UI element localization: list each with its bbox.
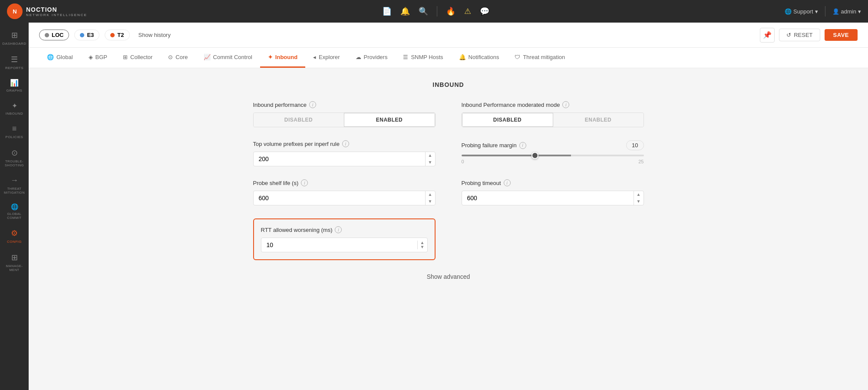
rtt-allowed-worsening-input[interactable] (261, 238, 417, 252)
probe-shelf-life-spinner: ▲ ▼ (425, 191, 435, 205)
topbar-left: N NOCTION NETWORK INTELLIGENCE (7, 3, 87, 19)
probing-failure-margin-slider[interactable] (462, 155, 644, 156)
sidebar-item-threat-mitigation[interactable]: → THREAT MITIGATION (0, 172, 29, 198)
tab-inbound[interactable]: ✦ Inbound (260, 48, 305, 68)
bell-icon[interactable]: 🔔 (400, 7, 410, 16)
tab-bgp[interactable]: ◈ BGP (81, 48, 115, 68)
flame-icon[interactable]: 🔥 (446, 7, 455, 16)
topbar: N NOCTION NETWORK INTELLIGENCE 📄 🔔 🔍 🔥 ⚠… (0, 0, 868, 23)
bgp-tab-icon: ◈ (89, 54, 93, 60)
tab-collector[interactable]: ⊞ Collector (115, 48, 160, 68)
slider-wrap: 0 25 (462, 155, 644, 164)
show-history-button[interactable]: Show history (135, 30, 174, 40)
tab-commit-control[interactable]: 📈 Commit Control (196, 48, 260, 68)
probing-failure-info-icon[interactable]: i (519, 142, 526, 149)
sidebar-item-reports[interactable]: ☰ REPORTS (0, 51, 29, 74)
probe-shelf-life-info-icon[interactable]: i (301, 179, 308, 186)
logo-icon: N (7, 3, 23, 19)
reports-icon: ☰ (11, 55, 18, 64)
snmp-tab-icon: ☰ (403, 54, 408, 60)
sidebar-item-config[interactable]: ⚙ CONFIG (0, 225, 29, 248)
pin-button[interactable]: 📌 (760, 28, 775, 43)
inbound-performance-toggle: DISABLED ENABLED (253, 112, 436, 127)
inbound-perf-moderated-info-icon[interactable]: i (562, 101, 569, 108)
sidebar-item-graphs[interactable]: 📊 GRAPHS (0, 75, 29, 96)
inbound-perf-moderated-enabled-btn[interactable]: ENABLED (553, 113, 644, 127)
policies-icon: ≡ (12, 124, 17, 133)
top-volume-info-icon[interactable]: i (342, 140, 349, 147)
explorer-tab-icon: ◂ (313, 54, 316, 60)
admin-button[interactable]: 👤 admin ▾ (832, 8, 861, 15)
chat-icon[interactable]: 💬 (480, 7, 489, 16)
inbound-performance-info-icon[interactable]: i (309, 101, 316, 108)
divider (825, 6, 825, 17)
loc-dot (45, 33, 49, 37)
top-volume-prefixes-input[interactable] (254, 152, 425, 166)
node-loc-badge[interactable]: LOC (39, 30, 69, 40)
probe-shelf-life-up-btn[interactable]: ▲ (426, 191, 435, 198)
probe-shelf-life-label: Probe shelf life (s) i (253, 179, 436, 186)
probe-shelf-life-input[interactable] (254, 191, 425, 205)
sidebar-item-global-commit[interactable]: 🌐 GLOBAL COMMIT (0, 200, 29, 223)
document-icon[interactable]: 📄 (382, 7, 392, 16)
grid-spacer (462, 218, 644, 260)
top-volume-down-btn[interactable]: ▼ (426, 159, 435, 166)
show-advanced-button[interactable]: Show advanced (46, 273, 851, 280)
slider-labels: 0 25 (462, 159, 644, 164)
form-grid: Inbound performance i DISABLED ENABLED I… (253, 101, 644, 260)
rtt-allowed-worsening-input-wrap: ▲ ▼ (261, 238, 428, 252)
probing-timeout-up-btn[interactable]: ▲ (634, 191, 644, 198)
troubleshooting-icon: ⊙ (11, 148, 18, 158)
node-e3-badge[interactable]: E3 (74, 30, 99, 40)
reset-icon: ↺ (786, 32, 791, 38)
probe-shelf-life-group: Probe shelf life (s) i ▲ ▼ (253, 179, 436, 205)
inbound-performance-disabled-btn[interactable]: DISABLED (254, 113, 344, 127)
rtt-info-icon[interactable]: i (335, 226, 342, 233)
inbound-perf-moderated-disabled-btn[interactable]: DISABLED (462, 113, 553, 127)
search-icon[interactable]: 🔍 (419, 7, 428, 16)
inbound-performance-moderated-label: Inbound Performance moderated mode i (462, 101, 644, 108)
tab-providers[interactable]: ☁ Providers (348, 48, 396, 68)
sidebar: ⊞ DASHBOARD ☰ REPORTS 📊 GRAPHS ✦ INBOUND… (0, 23, 29, 390)
management-icon: ⊞ (11, 253, 18, 262)
notifications-tab-icon: 🔔 (459, 54, 466, 60)
inbound-performance-label: Inbound performance i (253, 101, 436, 108)
reset-button[interactable]: ↺ RESET (779, 29, 820, 41)
pin-icon: 📌 (763, 31, 772, 39)
rtt-down-btn[interactable]: ▼ (418, 245, 427, 249)
probe-shelf-life-down-btn[interactable]: ▼ (426, 198, 435, 205)
sidebar-item-dashboard[interactable]: ⊞ DASHBOARD (0, 27, 29, 50)
dashboard-icon: ⊞ (11, 30, 18, 40)
header-left: LOC E3 T2 Show history (39, 30, 174, 40)
tab-global[interactable]: 🌐 Global (39, 48, 81, 68)
tab-notifications[interactable]: 🔔 Notifications (451, 48, 507, 68)
inbound-performance-group: Inbound performance i DISABLED ENABLED (253, 101, 436, 127)
node-t2-badge[interactable]: T2 (105, 30, 129, 40)
tab-snmp-hosts[interactable]: ☰ SNMP Hosts (395, 48, 451, 68)
e3-dot (80, 33, 84, 37)
tab-threat-mitigation[interactable]: 🛡 Threat mitigation (507, 48, 573, 68)
sidebar-item-inbound[interactable]: ✦ INBOUND (0, 98, 29, 119)
sidebar-item-policies[interactable]: ≡ POLICIES (0, 121, 29, 143)
probing-timeout-input[interactable] (462, 191, 634, 205)
tab-explorer[interactable]: ◂ Explorer (305, 48, 347, 68)
inbound-performance-enabled-btn[interactable]: ENABLED (344, 113, 435, 127)
probing-timeout-info-icon[interactable]: i (504, 179, 511, 186)
section-title: INBOUND (46, 81, 851, 88)
top-volume-up-btn[interactable]: ▲ (426, 152, 435, 159)
support-button[interactable]: 🌐 Support ▾ (785, 8, 818, 15)
save-button[interactable]: SAVE (825, 29, 858, 41)
inbound-performance-moderated-group: Inbound Performance moderated mode i DIS… (462, 101, 644, 127)
sidebar-item-management[interactable]: ⊞ MANAGE-MENT (0, 249, 29, 275)
logo-text: NOCTION NETWORK INTELLIGENCE (26, 6, 87, 17)
probing-timeout-down-btn[interactable]: ▼ (634, 198, 644, 205)
sidebar-item-troubleshooting[interactable]: ⊙ TROUBLE-SHOOTING (0, 145, 29, 171)
user-icon: 👤 (832, 8, 839, 15)
probe-shelf-life-input-wrap: ▲ ▼ (253, 191, 436, 205)
core-tab-icon: ⊙ (168, 54, 173, 60)
rtt-allowed-worsening-label: RTT allowed worsening (ms) i (261, 226, 428, 233)
rtt-spinner: ▲ ▼ (417, 241, 427, 249)
tab-core[interactable]: ⊙ Core (160, 48, 195, 68)
collector-tab-icon: ⊞ (123, 54, 128, 60)
warning-icon[interactable]: ⚠ (464, 7, 471, 16)
